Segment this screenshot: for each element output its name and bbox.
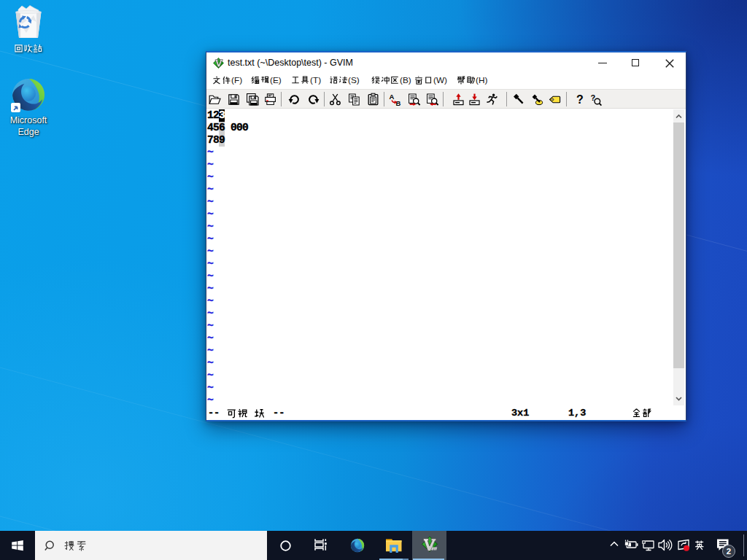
svg-text:?: ? — [576, 93, 584, 106]
svg-text:B: B — [395, 99, 400, 106]
svg-text:A: A — [389, 93, 394, 101]
